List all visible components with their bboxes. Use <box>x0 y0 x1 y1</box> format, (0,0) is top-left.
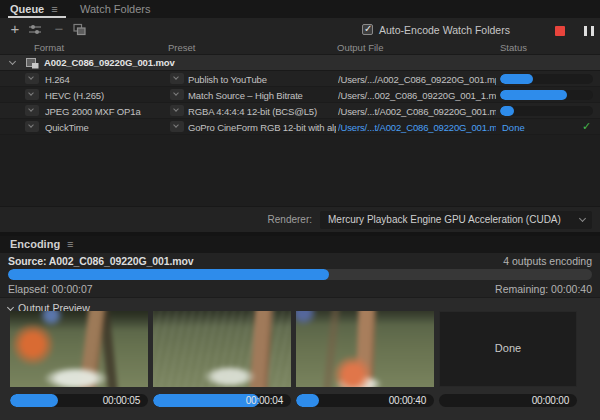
preview-thumbnail <box>153 311 291 387</box>
add-preset-icon[interactable] <box>28 23 42 36</box>
renderer-select[interactable]: Mercury Playback Engine GPU Acceleration… <box>320 211 592 229</box>
format-dropdown[interactable] <box>25 121 39 132</box>
auto-encode-checkbox[interactable] <box>362 24 373 35</box>
chevron-down-icon <box>173 122 179 128</box>
queue-toolbar: + − Auto-Encode Watch Folders <box>0 18 600 41</box>
chevron-down-icon <box>28 106 34 112</box>
preset-cell[interactable]: GoPro CineForm RGB 12-bit with alpha <box>188 122 336 133</box>
tab-encoding[interactable]: Encoding≡ <box>10 236 74 253</box>
video-frame <box>153 311 291 387</box>
tab-queue[interactable]: Queue≡ <box>10 0 58 18</box>
chevron-down-icon <box>579 215 586 222</box>
preset-dropdown[interactable] <box>170 73 184 84</box>
preview-done-box: Done <box>439 311 577 387</box>
preview-progress-bar: 00:00:04 <box>153 394 291 407</box>
collapse-chevron-icon[interactable] <box>9 58 16 65</box>
column-header-output-file: Output File <box>337 42 383 53</box>
queue-tab-bar: Queue≡ Watch Folders <box>0 0 600 18</box>
source-filename: A002_C086_09220G_001.mov <box>44 57 175 68</box>
status-progress-bar <box>500 74 593 84</box>
queue-output-row[interactable]: QuickTime GoPro CineForm RGB 12-bit with… <box>0 119 600 135</box>
preview-time: 00:00:04 <box>246 395 283 406</box>
stop-queue-button[interactable] <box>555 26 565 36</box>
status-done-text: Done <box>502 122 525 133</box>
renderer-row: Renderer: Mercury Playback Engine GPU Ac… <box>0 206 600 232</box>
status-progress-bar <box>500 90 593 100</box>
format-cell[interactable]: HEVC (H.265) <box>45 90 163 101</box>
status-progress-bar <box>500 106 593 116</box>
preview-time: 00:00:05 <box>103 395 140 406</box>
auto-encode-label: Auto-Encode Watch Folders <box>379 24 510 36</box>
preview-progress-bar: 00:00:00 <box>439 394 577 407</box>
preset-cell[interactable]: RGBA 4:4:4:4 12-bit (BCS@L5) <box>188 106 336 117</box>
preview-progress-bar: 00:00:40 <box>296 394 434 407</box>
preview-progress-bar: 00:00:05 <box>10 394 148 407</box>
chevron-down-icon <box>28 90 34 96</box>
remove-button[interactable]: − <box>50 20 68 38</box>
chevron-down-icon <box>173 90 179 96</box>
tab-queue-label: Queue <box>10 3 44 15</box>
preset-dropdown[interactable] <box>170 89 184 100</box>
preset-dropdown[interactable] <box>170 121 184 132</box>
add-source-button[interactable]: + <box>6 20 24 38</box>
queue-output-row[interactable]: JPEG 2000 MXF OP1a RGBA 4:4:4:4 12-bit (… <box>0 103 600 119</box>
preview-thumbnail <box>10 311 148 387</box>
column-header-format: Format <box>34 42 64 53</box>
remaining-time: Remaining: 00:00:40 <box>495 283 592 295</box>
panel-menu-icon[interactable]: ≡ <box>51 3 57 15</box>
overall-progress-bar <box>8 269 592 280</box>
format-dropdown[interactable] <box>25 105 39 116</box>
preview-thumbnail <box>296 311 434 387</box>
elapsed-time: Elapsed: 00:00:07 <box>8 283 93 295</box>
queue-output-row[interactable]: H.264 Publish to YouTube /Users/.../A002… <box>0 71 600 87</box>
preset-dropdown[interactable] <box>170 105 184 116</box>
tab-watch-folders[interactable]: Watch Folders <box>80 0 151 18</box>
preview-time: 00:00:40 <box>389 395 426 406</box>
preset-cell[interactable]: Match Source – High Bitrate <box>188 90 336 101</box>
tab-encoding-label: Encoding <box>10 238 60 250</box>
output-preview-section: Output Preview Done 00:00:05 00:00:04 00… <box>0 297 600 420</box>
encoding-source-line: Source: A002_C086_09220G_001.mov 4 outpu… <box>0 255 600 268</box>
chevron-down-icon <box>173 106 179 112</box>
video-frame <box>296 311 434 387</box>
clip-icon <box>26 58 39 69</box>
encoding-time-line: Elapsed: 00:00:07 Remaining: 00:00:40 <box>0 283 600 296</box>
media-encoder-window: Queue≡ Watch Folders + − Auto-Encode Wat… <box>0 0 600 420</box>
outputs-encoding-count: 4 outputs encoding <box>503 255 592 267</box>
encoding-tab-bar: Encoding≡ <box>0 236 600 253</box>
tab-watch-folders-label: Watch Folders <box>80 3 151 15</box>
chevron-down-icon <box>173 74 179 80</box>
format-dropdown[interactable] <box>25 89 39 100</box>
preset-cell[interactable]: Publish to YouTube <box>188 74 336 85</box>
output-file-path[interactable]: /Users/.../A002_C086_09220G_001.mp4 <box>338 74 496 85</box>
panel-menu-icon[interactable]: ≡ <box>67 238 73 250</box>
chevron-down-icon <box>28 122 34 128</box>
preview-time: 00:00:00 <box>532 395 569 406</box>
chevron-down-icon <box>28 74 34 80</box>
format-cell[interactable]: QuickTime <box>45 122 163 133</box>
column-header-status: Status <box>500 42 527 53</box>
duplicate-icon[interactable] <box>72 23 86 36</box>
encoding-source-text: Source: A002_C086_09220G_001.mov <box>8 255 194 267</box>
output-file-path[interactable]: /Users/...t/A002_C086_09220G_001.mxf <box>338 106 496 117</box>
renderer-value: Mercury Playback Engine GPU Acceleration… <box>328 214 561 225</box>
preview-done-label: Done <box>440 342 576 354</box>
source-row[interactable]: A002_C086_09220G_001.mov <box>0 55 600 71</box>
success-check-icon <box>582 120 591 133</box>
format-cell[interactable]: JPEG 2000 MXF OP1a <box>45 106 163 117</box>
pause-queue-button[interactable] <box>584 26 594 36</box>
column-header-preset: Preset <box>168 42 195 53</box>
queue-column-headers: Format Preset Output File Status <box>0 41 600 55</box>
output-file-link[interactable]: /Users/...t/A002_C086_09220G_001.mov <box>338 122 496 133</box>
video-frame <box>10 311 148 387</box>
collapse-chevron-icon <box>7 304 14 311</box>
queue-empty-area <box>0 135 600 206</box>
format-cell[interactable]: H.264 <box>45 74 163 85</box>
output-file-path[interactable]: /Users/...002_C086_09220G_001_1.mp4 <box>338 90 496 101</box>
renderer-label: Renderer: <box>200 214 312 225</box>
format-dropdown[interactable] <box>25 73 39 84</box>
queue-output-row[interactable]: HEVC (H.265) Match Source – High Bitrate… <box>0 87 600 103</box>
